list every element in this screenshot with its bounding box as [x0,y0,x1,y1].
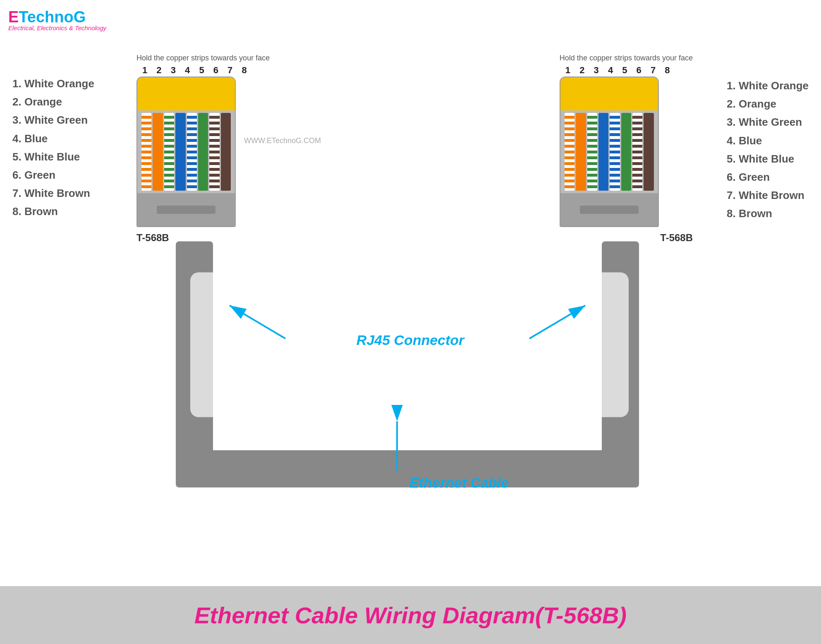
left-rj45-tab [157,206,215,214]
right-rj45-body [560,77,659,227]
wire-label-7-right: 7. White Brown [727,186,809,204]
left-pin-numbers: 1 2 3 4 5 6 7 8 [142,65,270,76]
right-pin-numbers: 1 2 3 4 5 6 7 8 [565,65,693,76]
wire-2 [153,113,163,191]
wire-label-2-left: 2. Orange [12,93,94,111]
right-connector-label: T-568B [560,232,693,244]
right-wire-4 [598,113,608,191]
wire-3 [164,113,174,191]
wire-label-1-right: 1. White Orange [727,77,809,95]
wire-7 [209,113,219,191]
footer-bar: Ethernet Cable Wiring Diagram(T-568B) [0,586,821,644]
logo-e: E [8,8,19,26]
right-wire-2 [576,113,586,191]
wire-label-6-right: 6. Green [727,168,809,186]
wire-label-5-right: 5. White Blue [727,150,809,168]
right-instruction: Hold the copper strips towards your face [560,54,693,62]
left-wires [137,110,235,193]
right-wire-7 [632,113,642,191]
wire-label-4-right: 4. Blue [727,132,809,150]
wire-4 [175,113,185,191]
wire-label-8-right: 8. Brown [727,204,809,223]
wire-label-7-left: 7. White Brown [12,184,94,202]
center-label-bg [190,273,629,417]
wire-label-2-right: 2. Orange [727,95,809,113]
right-wire-5 [610,113,620,191]
left-arrow-line [230,306,285,339]
right-rj45-tab [580,206,639,214]
left-cable-segment [176,242,213,469]
left-rj45-clip [137,193,235,226]
wire-label-3-right: 3. White Green [727,113,809,131]
bottom-cable-segment [176,450,639,488]
wire-6 [198,113,208,191]
wire-1 [141,113,151,191]
wire-label-5-left: 5. White Blue [12,148,94,166]
logo-area: ETechnoG Electrical, Electronics & Techn… [8,8,106,31]
right-cable-segment [602,242,639,469]
left-connector-area: Hold the copper strips towards your face… [136,54,270,244]
wire-label-4-left: 4. Blue [12,129,94,148]
watermark: WWW.ETechnoG.COM [244,136,321,145]
rj45-label-text: RJ45 Connector [357,332,465,348]
right-wire-6 [621,113,631,191]
ethernet-label-text: Ethernet Cable [409,475,509,491]
logo-subtitle: Electrical, Electronics & Technology [8,24,106,31]
page: ETechnoG Electrical, Electronics & Techn… [0,0,821,644]
wire-label-6-left: 6. Green [12,166,94,184]
right-wire-8 [644,113,653,191]
left-connector-label: T-568B [136,232,270,244]
right-wire-1 [565,113,574,191]
wire-label-8-left: 8. Brown [12,202,94,220]
wire-label-1-left: 1. White Orange [12,74,94,93]
right-rj45-clip [560,193,658,226]
right-connector-area: Hold the copper strips towards your face… [560,54,693,244]
diagram-svg: RJ45 Connector Ethernet Cable [0,0,821,644]
wire-labels-right: 1. White Orange 2. Orange 3. White Green… [727,77,809,223]
wire-labels-left: 1. White Orange 2. Orange 3. White Green… [12,74,94,221]
footer-title: Ethernet Cable Wiring Diagram(T-568B) [194,602,627,629]
right-wires [560,110,658,193]
logo-technog: TechnoG [19,8,86,26]
wire-label-3-left: 3. White Green [12,111,94,129]
right-wire-3 [587,113,597,191]
right-arrow-line [529,306,585,339]
left-yellow-top [137,77,235,110]
left-instruction: Hold the copper strips towards your face [136,54,270,62]
wire-8 [221,113,231,191]
right-yellow-top [560,77,658,110]
logo-text: ETechnoG [8,8,106,26]
wire-5 [187,113,197,191]
left-rj45-body [136,77,236,227]
